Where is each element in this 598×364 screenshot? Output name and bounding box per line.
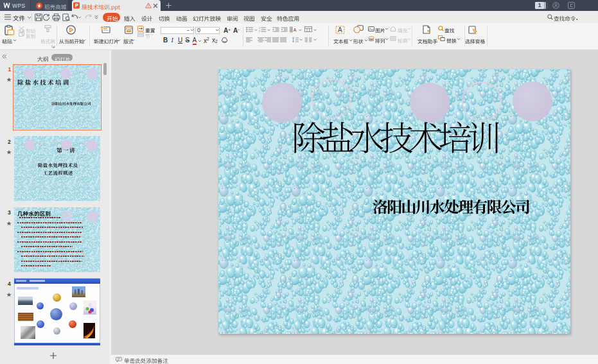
svg-text:A: A: [338, 26, 342, 33]
svg-text:2: 2: [259, 30, 260, 32]
svg-text:A: A: [294, 27, 297, 31]
svg-text:1: 1: [259, 27, 260, 30]
